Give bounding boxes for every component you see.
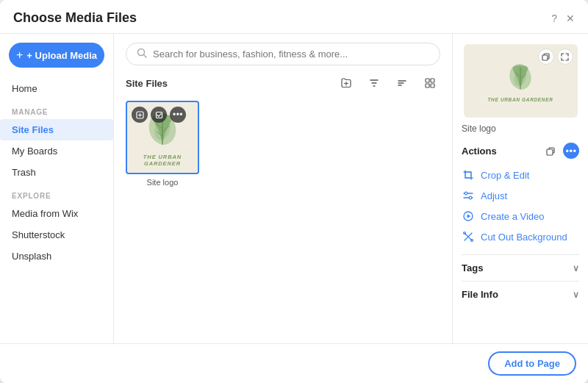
modal: Choose Media Files ? ✕ + + Upload Media … xyxy=(0,0,588,383)
svg-rect-11 xyxy=(431,79,434,82)
trash-label: Trash xyxy=(12,167,36,178)
svg-marker-37 xyxy=(467,215,471,218)
modal-header: Choose Media Files ? ✕ xyxy=(0,0,588,34)
add-to-page-button[interactable]: Add to Page xyxy=(488,351,576,376)
preview-leaf-icon xyxy=(503,60,538,96)
files-toolbar: Site Files xyxy=(126,73,440,93)
unsplash-label: Unsplash xyxy=(12,251,51,262)
sidebar-item-site-files[interactable]: Site Files xyxy=(0,119,113,140)
modal-header-actions: ? ✕ xyxy=(551,12,575,24)
svg-line-1 xyxy=(144,55,147,58)
actions-more-icon[interactable]: ••• xyxy=(563,143,579,159)
cut-out-background-action[interactable]: Cut Out Background xyxy=(462,226,579,247)
tags-label: Tags xyxy=(462,262,483,273)
modal-footer: Add to Page xyxy=(0,343,588,383)
svg-rect-13 xyxy=(431,84,434,87)
thumb-select-icon[interactable] xyxy=(151,107,167,123)
thumb-edit-icon[interactable] xyxy=(132,107,148,123)
sidebar-item-my-boards[interactable]: My Boards xyxy=(0,140,113,162)
filter-icon[interactable] xyxy=(364,73,384,93)
file-info-section: File Info ∨ xyxy=(462,281,579,307)
preview-actions xyxy=(538,49,573,65)
sidebar-item-media-from-wix[interactable]: Media from Wix xyxy=(0,203,113,224)
search-input[interactable] xyxy=(153,49,429,60)
actions-header-icons: ••• xyxy=(542,143,579,159)
actions-copy-icon[interactable] xyxy=(542,143,559,159)
create-video-action[interactable]: Create a Video xyxy=(462,206,579,226)
thumbnail-brand-text: The Urban Gardener xyxy=(127,154,198,167)
file-thumbnail: ••• xyxy=(126,101,199,174)
cut-out-background-label: Cut Out Background xyxy=(481,232,567,243)
close-icon[interactable]: ✕ xyxy=(566,12,575,24)
preview-expand-icon[interactable] xyxy=(557,49,573,65)
site-files-label: Site Files xyxy=(12,124,54,135)
search-bar xyxy=(126,43,440,65)
create-video-icon xyxy=(462,210,475,223)
adjust-icon xyxy=(462,189,475,202)
modal-body: + + Upload Media Home MANAGE Site Files … xyxy=(0,34,588,343)
upload-button-label: + Upload Media xyxy=(26,50,97,61)
thumb-more-icon[interactable]: ••• xyxy=(170,107,186,123)
file-info-chevron-icon: ∨ xyxy=(573,290,579,300)
preview-label: Site logo xyxy=(462,124,579,134)
modal-title: Choose Media Files xyxy=(13,10,137,26)
list-item[interactable]: ••• xyxy=(126,101,199,187)
preview-brand-text: The Urban Gardener xyxy=(488,97,553,102)
file-item-name: Site logo xyxy=(147,178,179,187)
actions-title: Actions xyxy=(462,146,497,157)
sort-icon[interactable] xyxy=(392,73,412,93)
svg-rect-12 xyxy=(426,84,429,87)
preview-box: The Urban Gardener xyxy=(464,44,578,118)
tags-chevron-icon: ∨ xyxy=(573,263,579,273)
home-label: Home xyxy=(12,83,37,94)
thumbnail-overlay: ••• xyxy=(132,107,186,123)
manage-section-label: MANAGE xyxy=(0,99,113,119)
svg-rect-10 xyxy=(426,79,429,82)
svg-rect-24 xyxy=(542,55,548,60)
main-content: Site Files xyxy=(114,34,452,343)
actions-section: Actions ••• xyxy=(462,143,579,247)
my-boards-label: My Boards xyxy=(12,146,57,157)
preview-copy-icon[interactable] xyxy=(538,49,554,65)
files-grid: ••• xyxy=(126,101,440,343)
search-icon xyxy=(137,48,147,60)
svg-rect-30 xyxy=(547,149,553,155)
crop-edit-icon xyxy=(462,168,475,182)
svg-point-35 xyxy=(469,196,472,199)
sidebar-item-trash[interactable]: Trash xyxy=(0,162,113,183)
actions-header: Actions ••• xyxy=(462,143,579,159)
sidebar-item-home[interactable]: Home xyxy=(0,78,113,99)
right-panel: The Urban Gardener Site logo Actions xyxy=(452,34,588,343)
svg-rect-31 xyxy=(465,172,471,178)
upload-media-button[interactable]: + + Upload Media xyxy=(9,43,104,68)
cut-out-background-icon xyxy=(462,230,475,243)
shutterstock-label: Shutterstock xyxy=(12,229,65,240)
new-folder-icon[interactable] xyxy=(336,73,356,93)
grid-view-icon[interactable] xyxy=(420,73,440,93)
create-video-label: Create a Video xyxy=(481,211,545,222)
site-files-section-label: Site Files xyxy=(126,78,329,89)
sidebar: + + Upload Media Home MANAGE Site Files … xyxy=(0,34,114,343)
crop-edit-label: Crop & Edit xyxy=(481,170,529,181)
tags-section-header[interactable]: Tags ∨ xyxy=(462,262,579,273)
adjust-action[interactable]: Adjust xyxy=(462,185,579,206)
file-info-section-header[interactable]: File Info ∨ xyxy=(462,289,579,300)
sidebar-item-shutterstock[interactable]: Shutterstock xyxy=(0,224,113,246)
explore-section-label: EXPLORE xyxy=(0,183,113,203)
help-icon[interactable]: ? xyxy=(551,12,557,24)
crop-edit-action[interactable]: Crop & Edit xyxy=(462,165,579,185)
media-from-wix-label: Media from Wix xyxy=(12,208,78,219)
svg-point-34 xyxy=(465,192,467,195)
tags-section: Tags ∨ xyxy=(462,254,579,281)
upload-plus-icon: + xyxy=(16,49,23,62)
file-info-label: File Info xyxy=(462,289,498,300)
adjust-label: Adjust xyxy=(481,190,507,201)
sidebar-item-unsplash[interactable]: Unsplash xyxy=(0,246,113,267)
